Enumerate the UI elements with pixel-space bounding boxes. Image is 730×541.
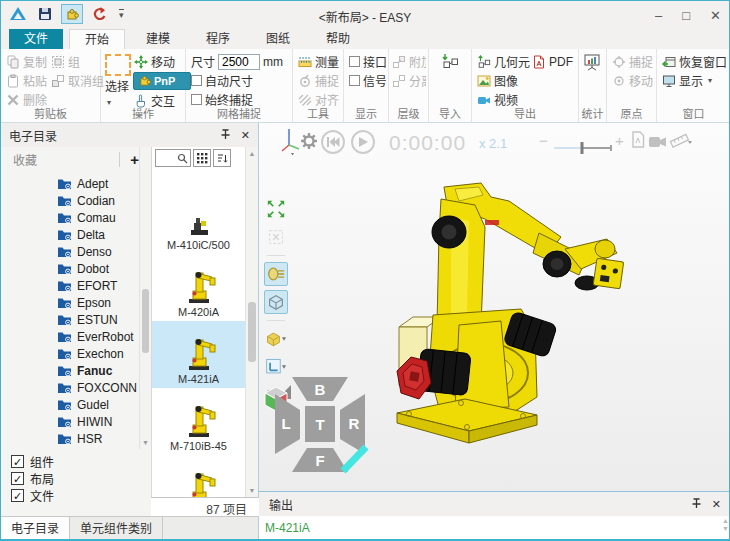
export-pdf-3d-icon[interactable] [631, 131, 645, 152]
brand-row[interactable]: Dobot [1, 260, 141, 277]
view-cube-toggle-button[interactable] [264, 290, 288, 314]
pin-icon[interactable] [691, 498, 702, 511]
scroll-down-icon[interactable]: ▼ [246, 487, 258, 494]
restore-window-button[interactable]: 恢复窗口 [661, 52, 728, 71]
select-button[interactable]: 选择▾ [105, 52, 131, 110]
sort-button[interactable] [213, 149, 231, 167]
minimize-button[interactable]: – [655, 8, 662, 23]
maximize-button[interactable]: □ [682, 8, 690, 23]
brand-row[interactable]: Delta [1, 226, 141, 243]
brand-row[interactable]: Codian [1, 192, 141, 209]
speed-slider[interactable] [553, 141, 615, 159]
brand-row[interactable]: Fanuc [1, 362, 141, 379]
attach-button[interactable]: 附加 [391, 52, 426, 71]
filter-row[interactable]: ✓ 布局 [11, 470, 141, 487]
speed-minus-button[interactable]: − [539, 132, 548, 149]
model-scrollbar[interactable]: ▲ ▼ [245, 147, 258, 497]
view-cube-edge-highlight[interactable] [343, 447, 366, 471]
ungroup-button[interactable]: 取消组 [50, 71, 105, 90]
output-scrollbar[interactable]: ▲ ▼ [722, 517, 729, 533]
menu-tab-程序[interactable]: 程序 [191, 29, 245, 49]
menu-tab-开始[interactable]: 开始 [69, 29, 125, 49]
import-geometry-button[interactable] [433, 52, 469, 71]
brand-row[interactable]: Comau [1, 209, 141, 226]
save-icon[interactable] [34, 4, 56, 24]
interface-checkbox[interactable]: 接口 [348, 52, 386, 71]
pnp-button[interactable]: PnP [133, 72, 191, 90]
group-button[interactable]: 组 [50, 52, 105, 71]
scroll-up-icon[interactable]: ▲ [246, 150, 258, 157]
scrollbar-thumb[interactable] [248, 302, 256, 362]
copy-button[interactable]: 复制 [5, 52, 48, 71]
auto-size-checkbox[interactable]: 自动尺寸 [190, 71, 290, 90]
export-geometry-button[interactable]: 几何元 [476, 52, 531, 71]
rewind-button[interactable] [321, 130, 345, 154]
tab-catalog[interactable]: 电子目录 [1, 517, 70, 541]
show-windows-button[interactable]: 显示▾ [661, 71, 728, 90]
speed-plus-button[interactable]: + [615, 132, 624, 149]
tab-cell-component-category[interactable]: 单元组件类别 [70, 517, 163, 541]
menu-tab-建模[interactable]: 建模 [131, 29, 185, 49]
checked-checkbox-icon[interactable]: ✓ [11, 489, 24, 502]
export-image-button[interactable]: 图像 [476, 71, 576, 90]
signal-checkbox[interactable]: 信号 [348, 71, 386, 90]
add-favorite-button[interactable]: + [119, 152, 139, 167]
record-video-icon[interactable] [649, 134, 667, 152]
checked-checkbox-icon[interactable]: ✓ [11, 455, 24, 468]
close-button[interactable]: ✕ [710, 8, 721, 23]
zoom-fit-selected-button[interactable] [264, 225, 288, 249]
brand-scrollbar[interactable]: ▼ [139, 147, 151, 449]
playback-settings-gear-icon[interactable] [299, 131, 319, 155]
move-button[interactable]: 移动 [133, 52, 191, 71]
measure-overlay-icon[interactable] [669, 131, 693, 152]
brand-row[interactable]: HSR [1, 430, 141, 447]
snap-button[interactable]: 捕捉 [297, 71, 341, 90]
menu-tab-帮助[interactable]: 帮助 [311, 29, 365, 49]
scroll-up-icon[interactable]: ▲ [722, 517, 729, 525]
model-item[interactable]: M-421iA [152, 321, 245, 388]
orientation-box-button[interactable] [264, 327, 288, 351]
grid-size-input[interactable] [218, 54, 260, 70]
measure-button[interactable]: 测量 [297, 52, 341, 71]
brand-row[interactable]: Denso [1, 243, 141, 260]
brand-row[interactable]: EFORT [1, 277, 141, 294]
view-cube[interactable]: B L T R F [271, 373, 369, 481]
filter-row[interactable]: ✓ 文件 [11, 487, 141, 504]
undo-icon[interactable] [88, 4, 110, 24]
brand-row[interactable]: ESTUN [1, 311, 141, 328]
origin-move-button[interactable]: 移动 [611, 71, 654, 90]
pin-icon[interactable] [220, 129, 231, 142]
viewport-3d[interactable]: 0:00:00 x 2.1 − + [259, 123, 730, 491]
model-item[interactable]: M-420iA [152, 254, 245, 321]
paste-button[interactable]: 粘贴 [5, 71, 48, 90]
origin-snap-button[interactable]: 捕捉 [611, 52, 654, 71]
menu-tab-图纸[interactable]: 图纸 [251, 29, 305, 49]
search-input[interactable] [155, 149, 191, 167]
filter-row[interactable]: ✓ 组件 [11, 453, 141, 470]
projection-toggle-button[interactable] [264, 262, 288, 286]
detach-button[interactable]: 分离 [391, 71, 426, 90]
model-item[interactable]: M-410iC/500 [152, 187, 245, 254]
robot-model[interactable] [389, 175, 729, 469]
qat-more-icon[interactable]: ▾ [119, 9, 124, 20]
scrollbar-thumb[interactable] [142, 289, 149, 353]
pnp-quick-icon[interactable] [61, 4, 83, 24]
export-pdf-button[interactable]: PDF [531, 52, 574, 71]
brand-row[interactable]: Gudel [1, 396, 141, 413]
scroll-down-icon[interactable]: ▼ [722, 525, 729, 533]
panel-close-icon[interactable]: ✕ [241, 129, 250, 142]
brand-row[interactable]: Exechon [1, 345, 141, 362]
play-button[interactable] [351, 130, 375, 154]
brand-row[interactable]: Epson [1, 294, 141, 311]
grid-view-button[interactable] [193, 149, 211, 167]
menu-tab-文件[interactable]: 文件 [9, 29, 63, 49]
zoom-fit-all-button[interactable] [264, 197, 288, 221]
statistics-button[interactable] [582, 52, 604, 71]
model-item[interactable]: M-710iB-45 [152, 388, 245, 455]
panel-close-icon[interactable]: ✕ [712, 498, 721, 511]
scroll-down-icon[interactable]: ▼ [140, 439, 151, 446]
brand-row[interactable]: EverRobot [1, 328, 141, 345]
brand-row[interactable]: Adept [1, 175, 141, 192]
checked-checkbox-icon[interactable]: ✓ [11, 472, 24, 485]
brand-row[interactable]: FOXCONN [1, 379, 141, 396]
